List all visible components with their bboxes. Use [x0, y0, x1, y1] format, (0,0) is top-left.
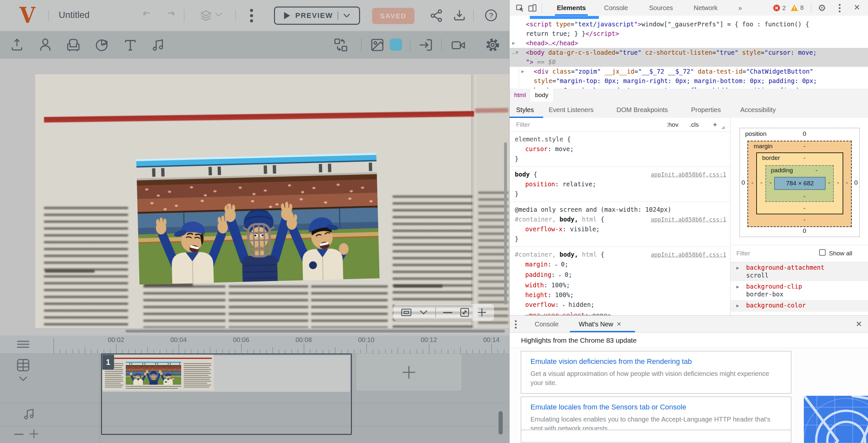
kebab-menu-icon[interactable]: [249, 8, 254, 24]
expand-icon[interactable]: [459, 307, 470, 318]
dom-node-line[interactable]: "> == $0: [509, 57, 868, 67]
dom-node-line[interactable]: ▶<head>…</head>: [509, 38, 868, 48]
dom-node-line[interactable]: border: 0px; background: transparent; ov…: [509, 86, 868, 89]
css-property[interactable]: margin: ▸ 0;: [509, 259, 730, 270]
drawer-tab-console[interactable]: Console: [535, 316, 558, 333]
computed-property[interactable]: ▶background-color: [731, 300, 868, 312]
tab-sources[interactable]: Sources: [649, 0, 673, 15]
newspaper-page[interactable]: [35, 74, 476, 328]
share-icon[interactable]: [429, 8, 444, 23]
css-property[interactable]: -moz-user-select: none;: [509, 310, 730, 315]
music-note-icon[interactable]: [22, 407, 36, 421]
css-property[interactable]: width: 100%;: [509, 280, 730, 290]
swap-icon[interactable]: [333, 37, 349, 53]
chevron-down-icon[interactable]: [419, 310, 428, 315]
show-all-checkbox[interactable]: [819, 249, 826, 256]
whats-new-card-partial[interactable]: [521, 430, 792, 443]
stylesheet-link[interactable]: appInit.ab858b6f.css:1: [651, 170, 726, 180]
camera-icon[interactable]: [450, 37, 467, 53]
styles-filter-input[interactable]: Filter: [516, 121, 530, 128]
character-icon[interactable]: [38, 37, 53, 53]
tab-event-listeners[interactable]: Event Listeners: [549, 102, 594, 118]
box-model-diagram[interactable]: 784 × 682 position margin border padding…: [739, 128, 860, 237]
kebab-menu-icon[interactable]: [838, 3, 841, 13]
zoom-out-icon[interactable]: [14, 433, 24, 436]
close-icon[interactable]: ✕: [617, 320, 621, 328]
whats-new-card-link[interactable]: Emulate locales from the Sensors tab or …: [530, 403, 782, 411]
upload-icon[interactable]: [10, 37, 24, 53]
dom-node-line[interactable]: style="margin-top: 0px; margin-right: 0p…: [509, 76, 868, 86]
text-icon[interactable]: [123, 38, 137, 53]
whats-new-card-link[interactable]: Emulate vision deficiencies from the Ren…: [530, 357, 782, 366]
tab-network[interactable]: Network: [694, 0, 717, 15]
close-icon[interactable]: ✕: [854, 3, 860, 12]
timeline-scrollbar[interactable]: [498, 411, 503, 435]
tab-dom-breakpoints[interactable]: DOM Breakpoints: [617, 102, 668, 118]
props-icon[interactable]: [66, 37, 81, 53]
chevron-down-icon[interactable]: [18, 376, 28, 382]
chevron-down-icon[interactable]: [343, 13, 350, 18]
box-model-content[interactable]: 784 × 682: [774, 177, 826, 190]
css-property[interactable]: overflow-x: visible;: [509, 224, 730, 234]
zoom-in-icon[interactable]: [477, 308, 487, 317]
tab-properties[interactable]: Properties: [691, 102, 721, 118]
style-rule[interactable]: appInit.ab858b6f.css:1#container, body, …: [509, 247, 730, 315]
drawer-tab-whats-new[interactable]: What's New✕: [579, 316, 621, 333]
audio-icon[interactable]: [151, 37, 165, 53]
error-badge[interactable]: 2: [773, 4, 786, 12]
css-property[interactable]: position: relative;: [509, 179, 730, 189]
computed-filter-input[interactable]: Filter: [736, 250, 750, 257]
timeline-ruler[interactable]: 00:0200:0400:0600:0800:1000:1200:14: [0, 336, 509, 354]
new-style-rule-button[interactable]: +: [713, 121, 717, 129]
more-tabs-icon[interactable]: »: [738, 0, 742, 15]
settings-icon[interactable]: ⚙: [818, 3, 826, 13]
css-property[interactable]: overflow: ▸ hidden;: [509, 300, 730, 310]
undo-icon[interactable]: [140, 8, 153, 22]
timeline-clip-selected[interactable]: 1: [101, 353, 352, 435]
css-property[interactable]: height: 100%;: [509, 290, 730, 300]
hov-toggle[interactable]: :hov: [666, 121, 678, 128]
saved-button[interactable]: SAVED: [372, 8, 414, 24]
breadcrumb-body[interactable]: body: [530, 89, 553, 102]
download-icon[interactable]: [452, 8, 467, 23]
chevron-down-icon[interactable]: [214, 12, 223, 18]
dom-node-line[interactable]: return true; } }</script>: [509, 29, 868, 38]
device-toolbar-icon[interactable]: [528, 4, 537, 13]
drawer-close-icon[interactable]: ✕: [856, 320, 862, 329]
css-property[interactable]: padding: ▸ 0;: [509, 270, 730, 280]
settings-icon[interactable]: [485, 37, 500, 53]
dom-node-line[interactable]: ▶<div class="zopim" __jx__id="__$_72 __$…: [509, 67, 868, 76]
storyboard-icon[interactable]: [16, 358, 31, 372]
style-rule[interactable]: element.style {cursor: move;}: [509, 132, 730, 167]
app-logo[interactable]: V: [20, 2, 35, 28]
zoom-out-icon[interactable]: [443, 311, 452, 314]
tab-styles[interactable]: Styles: [516, 102, 534, 118]
drag-handle-icon[interactable]: [17, 341, 29, 349]
preview-button[interactable]: PREVIEW: [274, 6, 360, 25]
chart-icon[interactable]: [94, 37, 110, 53]
zoom-in-icon[interactable]: [29, 429, 39, 439]
project-title[interactable]: Untitled: [59, 10, 90, 20]
redo-icon[interactable]: [164, 8, 178, 22]
image-icon[interactable]: [370, 37, 385, 53]
tab-console[interactable]: Console: [604, 0, 628, 15]
kebab-menu-icon[interactable]: [514, 320, 518, 329]
color-swatch[interactable]: [390, 38, 402, 51]
tab-elements[interactable]: Elements: [557, 0, 586, 15]
add-scene-button[interactable]: [356, 353, 462, 391]
help-icon[interactable]: ?: [484, 8, 498, 22]
css-property[interactable]: cursor: move;: [509, 144, 730, 154]
stylesheet-link[interactable]: appInit.ab858b6f.css:1: [651, 250, 726, 260]
enter-icon[interactable]: [418, 37, 433, 53]
canvas-vertical-scrollbar[interactable]: [504, 143, 507, 305]
tab-accessibility[interactable]: Accessibility: [740, 102, 776, 118]
dom-node-line[interactable]: <script type="text/javascript">window["_…: [509, 20, 868, 29]
stage-canvas[interactable]: [0, 59, 509, 336]
cls-toggle[interactable]: .cls: [689, 121, 699, 128]
warning-badge[interactable]: 8: [790, 4, 804, 11]
computed-property[interactable]: ▶background-clipborder-box: [731, 281, 868, 300]
dom-node-line[interactable]: …▼<body data-gr-c-s-loaded="true" cz-sho…: [509, 48, 868, 57]
stylesheet-link[interactable]: appInit.ab858b6f.css:1: [651, 215, 726, 224]
style-rule[interactable]: appInit.ab858b6f.css:1body {position: re…: [509, 167, 730, 202]
layers-icon[interactable]: [199, 8, 213, 23]
